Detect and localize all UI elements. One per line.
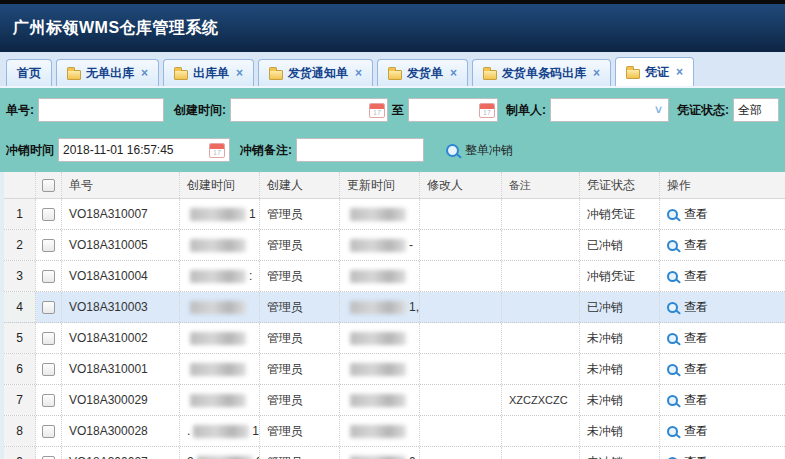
checkbox-icon[interactable] <box>42 456 55 459</box>
table-row[interactable]: 4 VO18A310003 管理员 1, 已冲销 查看 <box>4 292 785 323</box>
status-label: 凭证状态: <box>677 102 729 119</box>
calendar-icon[interactable] <box>479 103 495 118</box>
header-remark[interactable]: 备注 <box>502 172 580 198</box>
checkbox-icon[interactable] <box>42 332 55 345</box>
header-select-all[interactable] <box>36 172 62 198</box>
table-row[interactable]: 3 VO18A310004 : 管理员 冲销凭证 查看 <box>4 261 785 292</box>
row-checkbox[interactable] <box>36 385 62 415</box>
writeoff-time-input[interactable] <box>59 140 209 160</box>
checkbox-icon[interactable] <box>42 239 55 252</box>
view-button[interactable]: 查看 <box>667 361 708 378</box>
order-no: VO18A310001 <box>62 354 180 384</box>
titlebar: 广州标领WMS仓库管理系统 <box>0 4 785 52</box>
table-row[interactable]: 7 VO18A300029 管理员 XZCZXCZC 未冲销 查看 <box>4 385 785 416</box>
row-checkbox[interactable] <box>36 199 62 229</box>
view-button[interactable]: 查看 <box>667 268 708 285</box>
writeoff-note-input[interactable] <box>296 138 424 162</box>
modifier <box>420 354 502 384</box>
view-label: 查看 <box>684 392 708 409</box>
table-row[interactable]: 9 VO18A300027 2 0 1 管理员 0:30 未冲销 查看 <box>4 447 785 459</box>
modifier <box>420 261 502 291</box>
tab-close-icon[interactable]: × <box>236 66 243 80</box>
remark <box>502 323 580 353</box>
ct-blur <box>190 301 246 314</box>
header-operation[interactable]: 操作 <box>660 172 785 198</box>
view-button[interactable]: 查看 <box>667 206 708 223</box>
update-time-cell <box>340 385 420 415</box>
create-time-from-input[interactable] <box>231 100 369 120</box>
status-select[interactable] <box>733 98 779 122</box>
chevron-down-icon[interactable]: ˅ <box>649 103 668 117</box>
to-label: 至 <box>392 102 404 119</box>
row-checkbox[interactable] <box>36 261 62 291</box>
calendar-icon[interactable] <box>369 103 385 118</box>
checkbox-icon[interactable] <box>42 208 55 221</box>
row-checkbox[interactable] <box>36 354 62 384</box>
header-status[interactable]: 凭证状态 <box>580 172 660 198</box>
modifier <box>420 230 502 260</box>
tab-label: 发货通知单 <box>288 65 348 82</box>
view-button[interactable]: 查看 <box>667 392 708 409</box>
header-modifier[interactable]: 修改人 <box>420 172 502 198</box>
tab-无单出库[interactable]: 无单出库× <box>56 59 159 86</box>
view-button[interactable]: 查看 <box>667 423 708 440</box>
grid-header-row: 单号 创建时间 创建人 更新时间 修改人 备注 凭证状态 操作 <box>4 172 785 199</box>
checkbox-icon[interactable] <box>42 425 55 438</box>
view-label: 查看 <box>684 423 708 440</box>
row-checkbox[interactable] <box>36 416 62 446</box>
remark: XZCZXCZC <box>502 385 580 415</box>
tab-close-icon[interactable]: × <box>593 66 600 80</box>
create-time-to-wrap <box>408 98 498 122</box>
row-checkbox[interactable] <box>36 447 62 459</box>
view-button[interactable]: 查看 <box>667 237 708 254</box>
tab-close-icon[interactable]: × <box>450 66 457 80</box>
create-time-to-input[interactable] <box>409 100 479 120</box>
tab-发货单条码出库[interactable]: 发货单条码出库× <box>472 59 611 86</box>
modifier <box>420 292 502 322</box>
tab-出库单[interactable]: 出库单× <box>163 59 254 86</box>
table-row[interactable]: 1 VO18A310007 1 管理员 冲销凭证 查看 <box>4 199 785 230</box>
table-row[interactable]: 5 VO18A310002 管理员 未冲销 查看 <box>4 323 785 354</box>
checkbox-icon[interactable] <box>42 394 55 407</box>
remark <box>502 292 580 322</box>
tab-close-icon[interactable]: × <box>355 66 362 80</box>
checkbox-icon[interactable] <box>42 301 55 314</box>
row-checkbox[interactable] <box>36 323 62 353</box>
header-update-time[interactable]: 更新时间 <box>340 172 420 198</box>
view-button[interactable]: 查看 <box>667 454 708 459</box>
tab-发货通知单[interactable]: 发货通知单× <box>258 59 373 86</box>
modifier <box>420 199 502 229</box>
tab-label: 出库单 <box>193 65 229 82</box>
create-time-from-wrap <box>230 98 388 122</box>
creator: 管理员 <box>260 323 340 353</box>
search-icon <box>667 240 678 251</box>
writeoff-whole-order-button[interactable]: 整单冲销 <box>446 142 513 159</box>
row-checkbox[interactable] <box>36 230 62 260</box>
tab-首页[interactable]: 首页 <box>6 59 52 86</box>
table-row[interactable]: 2 VO18A310005 管理员 - 已冲销 查看 <box>4 230 785 261</box>
creator: 管理员 <box>260 292 340 322</box>
status: 冲销凭证 <box>580 199 660 229</box>
calendar-icon[interactable] <box>209 143 225 158</box>
order-no-input[interactable] <box>38 98 164 122</box>
view-button[interactable]: 查看 <box>667 330 708 347</box>
checkbox-icon[interactable] <box>42 270 55 283</box>
tab-close-icon[interactable]: × <box>676 65 683 79</box>
row-number: 1 <box>4 199 36 229</box>
tab-close-icon[interactable]: × <box>141 66 148 80</box>
maker-select[interactable]: ˅ <box>550 98 669 122</box>
status: 未冲销 <box>580 416 660 446</box>
header-order-no[interactable]: 单号 <box>62 172 180 198</box>
checkbox-icon[interactable] <box>42 179 55 192</box>
table-row[interactable]: 8 VO18A300028 . 1 管理员 未冲销 查看 <box>4 416 785 447</box>
search-icon <box>667 364 678 375</box>
row-checkbox[interactable] <box>36 292 62 322</box>
table-row[interactable]: 6 VO18A310001 管理员 未冲销 查看 <box>4 354 785 385</box>
ct-post: : <box>249 269 252 283</box>
tab-发货单[interactable]: 发货单× <box>377 59 468 86</box>
header-creator[interactable]: 创建人 <box>260 172 340 198</box>
view-button[interactable]: 查看 <box>667 299 708 316</box>
tab-凭证[interactable]: 凭证× <box>615 57 694 86</box>
checkbox-icon[interactable] <box>42 363 55 376</box>
header-create-time[interactable]: 创建时间 <box>180 172 260 198</box>
